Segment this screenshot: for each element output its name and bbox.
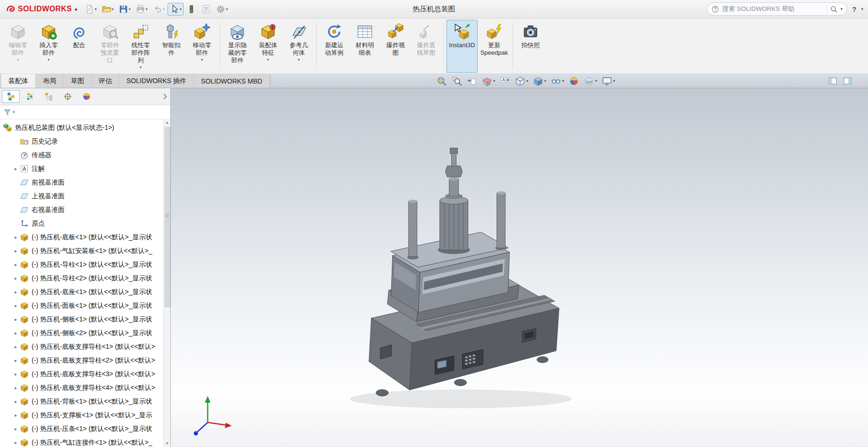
tree-item[interactable]: ▸(-) 热压机-底板支撑导柱<4> (默认<<默认> — [0, 381, 164, 395]
help-button[interactable]: ? — [852, 5, 856, 13]
print-button[interactable]: ▾ — [134, 3, 150, 16]
assembly-3d-model[interactable] — [171, 88, 868, 447]
hide-show-items-button[interactable]: ▾ — [551, 76, 564, 86]
expand-arrow-icon[interactable]: ▸ — [12, 166, 19, 171]
tree-item[interactable]: ▸注解 — [0, 162, 164, 176]
expand-arrow-icon[interactable]: ▸ — [12, 317, 19, 322]
motion-study-button[interactable]: 新建运动算例 — [319, 20, 349, 73]
rebuild-button[interactable] — [185, 3, 198, 16]
insert-component-button[interactable]: 插入零部件▾ — [34, 20, 64, 73]
dropdown-arrow-icon[interactable]: ▾ — [267, 58, 269, 62]
expand-arrow-icon[interactable]: ▸ — [12, 248, 19, 253]
dropdown-arrow-icon[interactable]: ▾ — [226, 7, 228, 11]
expand-arrow-icon[interactable]: ▸ — [12, 358, 19, 363]
explode-sketch-button[interactable]: 爆炸直线草图 — [411, 20, 441, 73]
speedpak-button[interactable]: 更新Speedpak — [478, 20, 511, 73]
tab-sketch[interactable]: 草图 — [64, 74, 92, 88]
propertymanager-tab[interactable] — [21, 90, 39, 103]
tree-item[interactable]: ▸(-) 热压机-侧板<2> (默认<<默认>_显示状 — [0, 326, 164, 340]
zoom-to-area-button[interactable] — [452, 76, 462, 86]
instant3d-button[interactable]: Instant3D — [447, 20, 478, 73]
tab-assembly[interactable]: 装配体 — [1, 74, 36, 88]
linear-pattern-button[interactable]: 线性零部件阵列▾ — [126, 20, 156, 73]
tree-item[interactable]: ▸(-) 热压机-导柱<1> (默认<<默认>_显示状 — [0, 258, 164, 271]
task-pane-toggle[interactable] — [843, 76, 852, 85]
file-properties-button[interactable] — [199, 3, 213, 16]
expand-arrow-icon[interactable]: ▸ — [12, 385, 19, 390]
expand-arrow-icon[interactable]: ▸ — [12, 399, 19, 404]
move-component-button[interactable]: 移动零部件▾ — [187, 20, 217, 73]
tree-item[interactable]: 右视基准面 — [0, 203, 164, 217]
tree-item[interactable]: ▸(-) 热压机-面板<1> (默认<<默认>_显示状 — [0, 299, 164, 312]
tree-item[interactable]: ▸(-) 热压机-气缸安装板<1> (默认<<默认>_ — [0, 244, 164, 258]
expand-arrow-icon[interactable]: ▸ — [12, 344, 19, 349]
tab-layout[interactable]: 布局 — [36, 74, 64, 88]
view-settings-button[interactable]: ▾ — [602, 76, 615, 86]
dimxpertmanager-tab[interactable] — [59, 90, 76, 103]
search-icon[interactable] — [830, 5, 838, 13]
dropdown-arrow-icon[interactable]: ▾ — [17, 58, 19, 62]
tree-item[interactable]: 传感器 — [0, 148, 164, 162]
panel-flyout-chevron[interactable] — [161, 93, 169, 100]
dropdown-arrow-icon[interactable]: ▾ — [613, 79, 615, 83]
dropdown-arrow-icon[interactable]: ▾ — [180, 7, 182, 11]
menu-expand-icon[interactable]: ▸ — [75, 6, 78, 12]
dropdown-arrow-icon[interactable]: ▾ — [112, 7, 114, 11]
tree-item[interactable]: 原点 — [0, 217, 164, 230]
expand-arrow-icon[interactable]: ▸ — [12, 440, 19, 445]
snapshot-button[interactable]: 拍快照 — [515, 20, 546, 73]
tree-filter[interactable]: ▾ — [0, 105, 170, 119]
featuremanager-tree-tab[interactable] — [2, 90, 20, 103]
expand-arrow-icon[interactable]: ▸ — [12, 330, 19, 336]
open-document-button[interactable]: ▾ — [100, 3, 116, 16]
dropdown-arrow-icon[interactable]: ▾ — [48, 58, 50, 62]
tree-item[interactable]: 热压机总装图 (默认<显示状态-1>) — [0, 121, 164, 135]
splitter-grip-icon[interactable] — [165, 214, 169, 217]
assembly-features-button[interactable]: 装配体特征▾ — [253, 20, 283, 73]
tree-item[interactable]: ▸(-) 热压机-底板<1> (默认<<默认>_显示状 — [0, 230, 164, 244]
tree-item[interactable]: ▸(-) 热压机-底板支撑导柱<1> (默认<<默认> — [0, 340, 164, 354]
dropdown-arrow-icon[interactable]: ▾ — [146, 7, 148, 11]
expand-arrow-icon[interactable]: ▸ — [12, 289, 19, 295]
dropdown-arrow-icon[interactable]: ▾ — [526, 79, 528, 83]
expand-arrow-icon[interactable]: ▸ — [12, 426, 19, 431]
tree-item[interactable]: ▸(-) 热压机-底板支撑导柱<2> (默认<<默认> — [0, 354, 164, 367]
displaymanager-tab[interactable] — [77, 90, 95, 103]
dropdown-arrow-icon[interactable]: ▾ — [493, 79, 495, 83]
scroll-thumb[interactable] — [165, 127, 170, 307]
edit-component-button[interactable]: 编辑零部件▾ — [3, 20, 33, 73]
zoom-to-fit-button[interactable] — [437, 76, 447, 86]
tree-item[interactable]: ▸(-) 热压机-底板支撑导柱<3> (默认<<默认> — [0, 367, 164, 381]
annotation-views-button[interactable] — [500, 76, 510, 86]
tab-evaluate[interactable]: 评估 — [92, 74, 119, 88]
tree-item[interactable]: ▸(-) 热压机-底座<1> (默认<<默认>_显示状 — [0, 285, 164, 299]
scroll-down-icon[interactable]: ▼ — [164, 440, 170, 447]
smart-fasteners-button[interactable]: 智能扣件 — [156, 20, 186, 73]
search-box[interactable]: 搜索 SOLIDWORKS 帮助 ▾ — [707, 2, 847, 16]
tree-item[interactable]: 历史记录 — [0, 135, 164, 148]
tree-item[interactable]: ▸(-) 热压机-背板<1> (默认<<默认>_显示状 — [0, 395, 164, 408]
tree-item[interactable]: 上视基准面 — [0, 189, 164, 203]
search-input[interactable]: 搜索 SOLIDWORKS 帮助 — [722, 5, 823, 13]
dropdown-arrow-icon[interactable]: ▾ — [544, 79, 546, 83]
view-orientation-button[interactable]: ▾ — [515, 76, 528, 86]
featuremanager-pane-toggle[interactable] — [828, 76, 837, 85]
edit-appearance-button[interactable] — [569, 76, 579, 86]
filter-dropdown-icon[interactable]: ▾ — [13, 110, 15, 114]
section-view-button[interactable]: ▾ — [482, 76, 495, 86]
dropdown-arrow-icon[interactable]: ▾ — [562, 79, 564, 83]
reference-geometry-button[interactable]: 参考几何体▾ — [284, 20, 314, 73]
configurationmanager-tab[interactable] — [40, 90, 58, 103]
search-dropdown-icon[interactable]: ▾ — [841, 7, 843, 11]
dropdown-arrow-icon[interactable]: ▾ — [201, 58, 203, 62]
expand-arrow-icon[interactable]: ▸ — [12, 276, 19, 281]
dropdown-arrow-icon[interactable]: ▾ — [298, 58, 300, 62]
apply-scene-button[interactable]: ▾ — [584, 76, 597, 86]
options-button[interactable]: ▾ — [214, 3, 230, 16]
graphics-viewport[interactable] — [171, 88, 868, 447]
tree-item[interactable]: ▸(-) 热压机-气缸连接件<1> (默认<<默认>_ — [0, 436, 164, 447]
dropdown-arrow-icon[interactable]: ▾ — [140, 65, 142, 69]
expand-arrow-icon[interactable]: ▸ — [12, 371, 19, 377]
tree-item[interactable]: ▸(-) 热压机-导柱<2> (默认<<默认>_显示状 — [0, 271, 164, 285]
undo-button[interactable]: ▾ — [151, 3, 167, 16]
